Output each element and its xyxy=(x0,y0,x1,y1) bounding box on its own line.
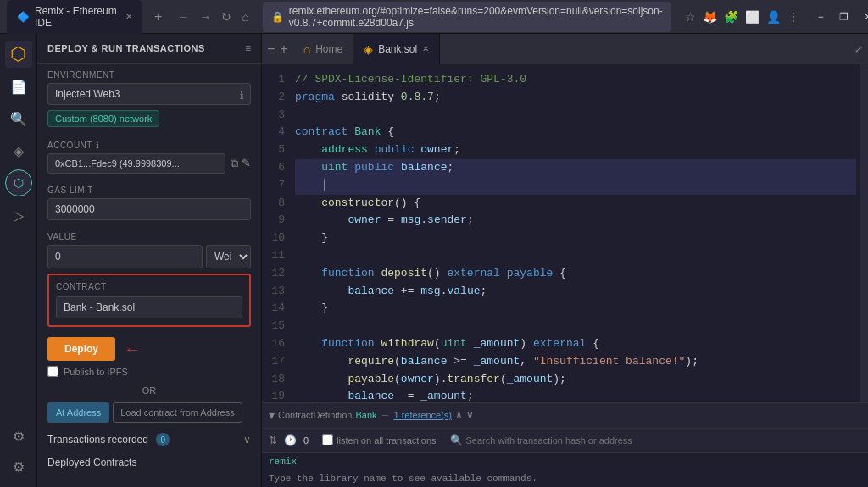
value-unit-select[interactable]: Wei xyxy=(206,245,251,268)
code-line-12: function deposit() external payable { xyxy=(295,265,856,283)
environment-select[interactable]: Injected Web3 xyxy=(47,83,251,105)
bookmark-icon[interactable]: ☆ xyxy=(685,10,696,24)
env-info-icon[interactable]: ℹ xyxy=(240,90,244,102)
sidebar-icon-search[interactable]: 🔍 xyxy=(5,105,32,132)
gas-limit-input[interactable] xyxy=(47,198,251,220)
deploy-arrow-icon: ← xyxy=(124,340,141,359)
home-button[interactable]: ⌂ xyxy=(238,8,252,25)
terminal-prompt-text: Type the library name to see available c… xyxy=(269,473,537,484)
back-button[interactable]: ← xyxy=(174,8,192,25)
new-tab-button[interactable]: + xyxy=(149,9,167,25)
deploy-button[interactable]: Deploy xyxy=(47,337,115,361)
publish-checkbox[interactable] xyxy=(47,366,58,377)
code-line-10: } xyxy=(295,230,856,247)
file-tab-label: Bank.sol xyxy=(378,43,417,55)
value-input[interactable] xyxy=(47,245,203,268)
listen-checkbox-row: listen on all transactions xyxy=(322,434,436,445)
tx-badge: 0 xyxy=(156,433,170,446)
code-line-15 xyxy=(295,318,856,335)
zoom-in-icon[interactable]: + xyxy=(280,42,287,57)
file-tab-close-icon[interactable]: ✕ xyxy=(422,44,429,53)
maximize-button[interactable]: ❐ xyxy=(834,9,854,25)
tab-toolbar-zoom-out[interactable]: − + xyxy=(262,42,293,57)
publish-row: Publish to IPFS xyxy=(37,366,261,382)
minimize-button[interactable]: − xyxy=(813,9,829,25)
environment-label: ENVIRONMENT xyxy=(37,64,261,83)
tab-banksolid[interactable]: ◈ Bank.sol ✕ xyxy=(353,34,440,64)
sidebar-icon-remix[interactable]: ⬡ xyxy=(5,41,32,68)
search-terminal-icon[interactable]: 🔍 xyxy=(450,434,463,446)
contract-def-label: ContractDefinition xyxy=(278,410,352,420)
account-input[interactable] xyxy=(47,153,225,174)
tab-home[interactable]: ⌂ Home xyxy=(293,34,353,64)
lock-icon: 🔒 xyxy=(271,11,284,23)
panel-pin-icon[interactable]: ≡ xyxy=(245,42,251,54)
profile-icon[interactable]: 👤 xyxy=(766,10,781,24)
ref-link[interactable]: 1 reference(s) xyxy=(394,410,452,420)
editor-scrollbar[interactable] xyxy=(860,64,868,402)
refresh-button[interactable]: ↻ xyxy=(218,8,235,25)
extension-icon[interactable]: 🦊 xyxy=(703,10,717,24)
code-content[interactable]: // SPDX-License-Identifier: GPL-3.0 prag… xyxy=(292,64,860,402)
remix-label: remix xyxy=(269,457,297,467)
browser-tab-active[interactable]: 🔷 Remix - Ethereum IDE ✕ xyxy=(7,0,142,34)
code-line-3 xyxy=(295,107,856,125)
win-controls: − ❐ ✕ xyxy=(813,9,868,25)
panel-title: DEPLOY & RUN TRANSACTIONS xyxy=(47,43,205,53)
sidebar-icon-compile[interactable]: ◈ xyxy=(5,137,32,164)
publish-label: Publish to IPFS xyxy=(64,367,128,377)
sidebar-icon-deploy[interactable]: ⬡ xyxy=(5,169,32,196)
account-info-icon[interactable]: ℹ xyxy=(96,141,100,150)
deploy-section: Deploy ← xyxy=(37,332,261,366)
sidebar-icon-info[interactable]: ⚙ xyxy=(5,453,32,480)
sidebar-icon-files[interactable]: 📄 xyxy=(5,73,32,100)
forward-button[interactable]: → xyxy=(196,8,214,25)
tab-favicon: 🔷 xyxy=(17,11,30,23)
expand-editor-icon[interactable]: ⤢ xyxy=(854,43,863,55)
chevron-down-icon[interactable]: ∨ xyxy=(243,434,251,445)
gas-limit-row xyxy=(37,198,261,225)
contract-select[interactable]: Bank - Bank.sol xyxy=(56,296,242,318)
main-layout: ⬡ 📄 🔍 ◈ ⬡ ▷ ⚙ ⚙ DEPLOY & RUN TRANSACTI xyxy=(0,34,868,487)
browser-chrome: 🔷 Remix - Ethereum IDE ✕ + ← → ↻ ⌂ 🔒 rem… xyxy=(0,0,868,34)
code-line-8: constructor() { xyxy=(295,195,856,213)
puzzle-icon[interactable]: 🧩 xyxy=(724,10,738,24)
at-address-button[interactable]: At Address xyxy=(47,402,109,423)
arrow-down-icon[interactable]: ▾ xyxy=(269,408,275,422)
close-button[interactable]: ✕ xyxy=(859,9,868,25)
sidebar-icon-settings[interactable]: ⚙ xyxy=(5,423,32,450)
chevron-up-icon[interactable]: ∧ xyxy=(455,409,463,421)
menu-icon[interactable]: ⋮ xyxy=(787,10,799,24)
copy-account-icon[interactable]: ⧉ xyxy=(231,157,238,170)
value-label: VALUE xyxy=(37,225,261,245)
screen-icon[interactable]: ⬜ xyxy=(745,10,760,24)
chevron-down-icon[interactable]: ∨ xyxy=(466,409,474,421)
code-line-11 xyxy=(295,247,856,265)
zoom-out-icon[interactable]: − xyxy=(267,42,275,57)
browser-actions: ☆ 🦊 🧩 ⬜ 👤 ⋮ xyxy=(685,10,799,24)
sidebar-icon-plugin[interactable]: ▷ xyxy=(5,202,32,229)
load-contract-button[interactable]: Load contract from Address xyxy=(113,402,242,423)
listen-checkbox[interactable] xyxy=(322,434,333,445)
value-section: VALUE Wei xyxy=(37,225,261,274)
env-select-wrap: Injected Web3 ℹ xyxy=(37,83,261,110)
at-address-row: At Address Load contract from Address xyxy=(37,399,261,426)
address-bar[interactable]: 🔒 remix.ethereum.org/#optimize=false&run… xyxy=(263,2,671,32)
or-divider: OR xyxy=(37,382,261,399)
code-line-5: address public owner; xyxy=(295,141,856,159)
left-panel: DEPLOY & RUN TRANSACTIONS ≡ ENVIRONMENT … xyxy=(37,34,262,487)
tab-close-icon[interactable]: ✕ xyxy=(125,12,132,21)
edit-account-icon[interactable]: ✎ xyxy=(242,157,251,170)
bottom-toolbar: ▾ ContractDefinition Bank → 1 reference(… xyxy=(262,403,868,429)
url-text: remix.ethereum.org/#optimize=false&runs=… xyxy=(289,5,663,29)
contract-label: CONTRACT xyxy=(56,282,242,291)
ref-arrow-icon[interactable]: → xyxy=(381,409,391,421)
file-tab-icon: ◈ xyxy=(364,42,373,56)
line-numbers: 1 2 3 4 5 6 7 8 9 10 11 12 13 14 15 16 1… xyxy=(262,64,292,402)
transactions-row[interactable]: Transactions recorded 0 ∨ xyxy=(37,426,261,453)
deployed-contracts-row[interactable]: Deployed Contracts xyxy=(37,453,261,475)
search-terminal-input[interactable] xyxy=(466,435,653,445)
code-line-1: // SPDX-License-Identifier: GPL-3.0 xyxy=(295,71,856,89)
account-label: ACCOUNT ℹ xyxy=(37,134,261,153)
sort-icon[interactable]: ⇅ xyxy=(269,434,277,446)
